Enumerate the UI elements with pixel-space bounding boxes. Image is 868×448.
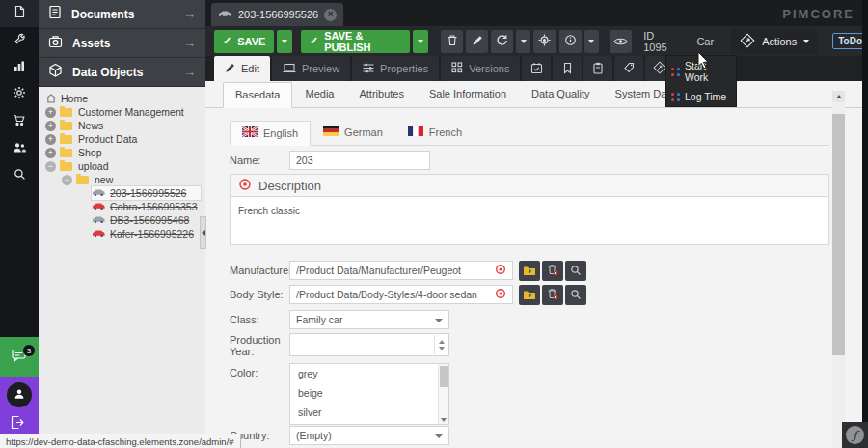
reload-dropdown-button[interactable] (516, 30, 530, 53)
tab-bookmarks[interactable] (553, 56, 582, 81)
settings-rail-button[interactable] (0, 27, 39, 54)
lang-tab-german[interactable]: German (311, 120, 395, 145)
sidebar-collapse-handle[interactable] (200, 216, 206, 249)
body-style-search-button[interactable] (565, 285, 586, 305)
status-url: https://dev-demo-data-cfasching.elements… (6, 436, 234, 447)
tab-edit[interactable]: Edit (214, 56, 270, 81)
tree-item-customer-management[interactable]: + Customer Management (39, 105, 205, 119)
save-dropdown-button[interactable] (277, 30, 292, 53)
reload-button[interactable] (491, 30, 513, 53)
open-preview-button[interactable] (610, 30, 632, 53)
subtab-sale-information[interactable]: Sale Information (417, 81, 519, 107)
delete-button[interactable] (441, 30, 463, 53)
tab-properties[interactable]: Properties (352, 56, 439, 81)
logout-icon (10, 416, 24, 433)
collapse-minus-icon[interactable]: − (62, 175, 72, 185)
open-object-tab[interactable]: 203-1566995526 × (211, 3, 343, 26)
actions-dropdown-button[interactable]: Actions (731, 29, 818, 54)
close-tab-icon[interactable]: × (324, 9, 337, 21)
edit-panel-scrollbar[interactable] (832, 91, 846, 448)
edit-panel: Basedata Media Attributes Sale Informati… (205, 81, 868, 448)
subtab-basedata[interactable]: Basedata (223, 82, 292, 108)
browser-overlay-widget[interactable]: ƒ (842, 422, 868, 448)
lang-tab-french[interactable]: French (395, 120, 475, 145)
body-style-href-input[interactable]: /Product Data/Body-Styles/4-door sedan (289, 285, 513, 304)
subtab-attributes[interactable]: Attributes (346, 81, 416, 107)
class-select[interactable]: Family car (289, 310, 449, 329)
notifications-rail-button[interactable]: 3 (0, 337, 39, 377)
scrollbar-track[interactable] (832, 103, 845, 448)
save-publish-dropdown-button[interactable] (413, 30, 428, 53)
ecommerce-rail-button[interactable] (0, 108, 39, 135)
tree-item-new[interactable]: − new (39, 173, 205, 186)
user-avatar[interactable] (7, 382, 32, 407)
expand-plus-icon[interactable]: + (45, 121, 56, 131)
scrollbar-thumb[interactable] (832, 114, 845, 355)
expand-plus-icon[interactable]: + (45, 148, 56, 158)
tree-item-home[interactable]: Home (39, 92, 205, 105)
tab-schedule[interactable] (522, 56, 551, 81)
info-dropdown-button[interactable] (584, 30, 599, 53)
folder-icon (60, 122, 72, 130)
users-rail-button[interactable] (0, 135, 39, 162)
collapse-minus-icon[interactable]: − (45, 161, 56, 172)
color-option-grey[interactable]: grey (290, 364, 448, 383)
subtab-media[interactable]: Media (292, 81, 346, 107)
search-rail-button[interactable] (0, 162, 39, 189)
tree-item-upload[interactable]: − upload (39, 159, 205, 173)
magnifier-icon (570, 287, 582, 304)
accordion-assets[interactable]: Assets → (39, 29, 205, 58)
production-year-spinner[interactable] (289, 333, 449, 356)
scrollbar-thumb[interactable] (440, 366, 448, 387)
rename-button[interactable] (466, 30, 488, 53)
tree-item-news[interactable]: + News (39, 119, 205, 132)
menu-item-log-time[interactable]: Log Time (666, 87, 736, 106)
description-editor[interactable]: French classic (230, 197, 829, 245)
save-button[interactable]: ✓ SAVE (214, 30, 274, 53)
tree-item-db3[interactable]: DB3-1566995468 (39, 213, 205, 227)
country-select[interactable]: (Empty) (289, 426, 449, 445)
href-target-icon (495, 288, 506, 301)
expand-plus-icon[interactable]: + (45, 107, 56, 118)
logout-button[interactable] (10, 415, 24, 434)
color-list-scrollbar[interactable] (438, 364, 448, 424)
color-multiselect[interactable]: grey beige silver (289, 363, 449, 425)
expand-plus-icon[interactable]: + (45, 134, 56, 145)
manufacturer-href-input[interactable]: /Product Data/Manufacturer/Peugeot (289, 261, 513, 280)
tree-item-cobra[interactable]: Cobra-1566995353 (39, 200, 205, 213)
tree-item-label: Cobra-1566995353 (110, 201, 198, 212)
manufacturer-search-button[interactable] (565, 261, 586, 281)
color-option-silver[interactable]: silver (290, 403, 448, 422)
body-style-open-button[interactable] (519, 285, 540, 305)
tab-notes[interactable] (583, 56, 612, 81)
tree-item-203[interactable]: 203-1566995526 (39, 186, 205, 200)
tag-icon (623, 62, 635, 75)
reports-rail-button[interactable] (0, 54, 39, 81)
lang-tab-english[interactable]: English (230, 121, 311, 146)
accordion-documents[interactable]: Documents → (39, 0, 205, 29)
save-publish-button[interactable]: ✓ SAVE & PUBLISH (301, 30, 410, 53)
spinner-arrows[interactable] (434, 335, 448, 354)
scroll-up-button[interactable] (832, 91, 845, 102)
pencil-icon (225, 63, 235, 75)
manufacturer-remove-button[interactable] (542, 261, 563, 281)
tree-item-kafer[interactable]: Kafer-1566995226 (39, 227, 205, 240)
locate-in-tree-button[interactable] (533, 30, 556, 53)
documents-rail-button[interactable] (0, 0, 39, 27)
manufacturer-open-button[interactable] (519, 261, 540, 281)
tree-item-shop[interactable]: + Shop (39, 146, 205, 159)
name-input[interactable]: 203 (289, 151, 430, 170)
accordion-data-objects[interactable]: Data Objects → (39, 58, 205, 87)
tab-preview[interactable]: Preview (272, 56, 350, 81)
tree-item-product-data[interactable]: + Product Data (39, 132, 205, 146)
check-icon: ✓ (223, 35, 231, 47)
tab-tags[interactable] (614, 56, 643, 81)
info-button[interactable] (559, 30, 582, 53)
gear-rail-button[interactable] (0, 81, 39, 108)
layout-subtabs: Basedata Media Attributes Sale Informati… (205, 81, 868, 108)
body-style-remove-button[interactable] (542, 285, 563, 305)
subtab-data-quality[interactable]: Data Quality (519, 81, 603, 107)
object-id-label: ID 1095 (643, 30, 676, 53)
tab-versions[interactable]: Versions (441, 56, 520, 81)
color-option-beige[interactable]: beige (290, 383, 448, 403)
